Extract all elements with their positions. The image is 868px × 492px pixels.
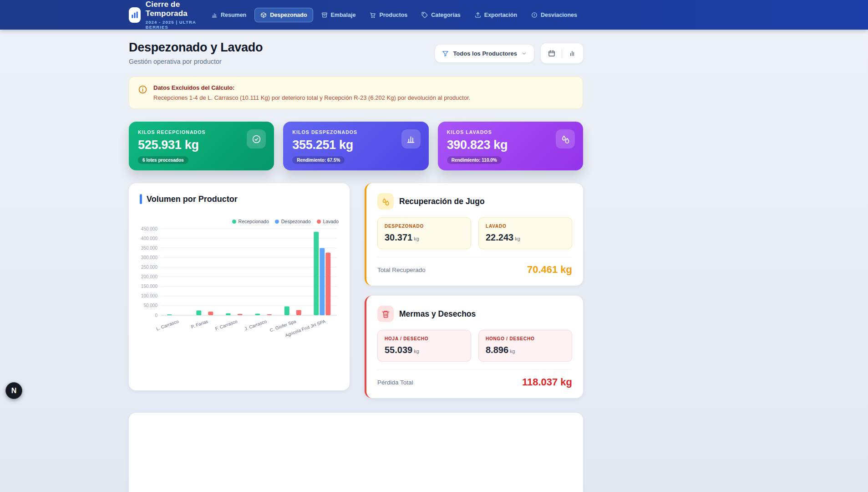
bar-lavado-p-farias xyxy=(208,312,213,315)
nav-item-categorias[interactable]: Categorías xyxy=(416,8,467,22)
logo-bars-icon xyxy=(130,10,139,20)
metric-unit: kg xyxy=(414,348,419,354)
chart-view-button[interactable] xyxy=(565,46,579,61)
metric-number: 8.896 xyxy=(486,345,508,355)
nav-item-despezonado[interactable]: Despezonado xyxy=(254,8,313,22)
nav-item-embalaje[interactable]: Embalaje xyxy=(315,8,362,22)
volume-chart-card: Volumen por Productor RecepcionadoDespez… xyxy=(129,183,350,390)
waste-card-header: Mermas y Desechos xyxy=(377,306,572,322)
nav-menu: ResumenDespezonadoEmbalajeProductosCateg… xyxy=(205,8,583,22)
header-controls: Todos los Productores xyxy=(435,43,583,63)
metric-number: 22.243 xyxy=(486,232,513,242)
nav-item-label: Categorías xyxy=(431,12,461,18)
juice-recovery-card: Recuperación de Jugo DESPEZONADO30.371kg… xyxy=(365,183,583,286)
stat-badge: Rendimiento: 110.0% xyxy=(447,156,502,164)
brand-text: Cierre de Temporada 2024 - 2025 | ULTRA … xyxy=(146,0,205,30)
legend-label: Despezonado xyxy=(281,219,311,224)
y-tick-label: 200.000 xyxy=(141,274,158,279)
y-tick-label: 450.000 xyxy=(141,226,158,231)
droplets-icon xyxy=(381,197,390,206)
view-toggle-group xyxy=(541,43,583,63)
bar-recepcionado-agricola-frut-jh-spa xyxy=(314,232,319,315)
bar-recepcionado-c-giofer-spa xyxy=(284,307,289,315)
calendar-button[interactable] xyxy=(544,46,559,61)
title-accent-bar xyxy=(140,194,142,204)
app-subtitle: 2024 - 2025 | ULTRA BERRIES xyxy=(146,20,205,30)
y-tick-label: 350.000 xyxy=(141,246,158,251)
page-subtitle: Gestión operativa por productor xyxy=(129,58,263,65)
producer-filter-dropdown[interactable]: Todos los Productores xyxy=(435,45,534,62)
nav-item-exportacion[interactable]: Exportación xyxy=(469,8,523,22)
chevron-down-icon xyxy=(521,51,527,56)
stat-card-kilos-recepcionados: KILOS RECEPCIONADOS525.931 kg6 lotes pro… xyxy=(129,122,274,170)
stat-value: 390.823 kg xyxy=(447,138,574,152)
app-logo xyxy=(129,7,141,23)
metric-box-despezonado: DESPEZONADO30.371kg xyxy=(377,217,471,249)
cart-icon xyxy=(370,12,376,18)
notice-body: Recepciones 1-4 de L. Carrasco (10.111 K… xyxy=(153,94,470,101)
app-brand: Cierre de Temporada 2024 - 2025 | ULTRA … xyxy=(129,0,205,30)
bar-recepcionado-l-carrasco xyxy=(167,314,172,315)
stats-row: KILOS RECEPCIONADOS525.931 kg6 lotes pro… xyxy=(129,122,583,170)
chart-column-icon-box xyxy=(401,129,421,149)
tag-icon xyxy=(421,12,428,18)
stat-card-kilos-lavados: KILOS LAVADOS390.823 kgRendimiento: 110.… xyxy=(438,122,583,170)
y-tick-label: 250.000 xyxy=(141,265,158,270)
nav-item-label: Resumen xyxy=(221,12,246,18)
legend-item-despezonado[interactable]: Despezonado xyxy=(275,219,311,224)
juice-card-footer: Total Recuperado 70.461 kg xyxy=(377,257,572,276)
legend-item-lavado[interactable]: Lavado xyxy=(317,219,339,224)
bar-lavado-f-carrasco xyxy=(238,314,243,315)
stat-label: KILOS LAVADOS xyxy=(447,129,574,135)
waste-card-title: Mermas y Desechos xyxy=(399,309,476,319)
x-tick-label: P. Farias xyxy=(190,319,208,330)
nav-item-label: Despezonado xyxy=(270,12,307,18)
alert-circle-icon xyxy=(531,12,538,18)
top-navbar: Cierre de Temporada 2024 - 2025 | ULTRA … xyxy=(0,0,868,30)
stat-value: 355.251 kg xyxy=(292,138,419,152)
check-circle-icon xyxy=(252,134,261,144)
nav-item-label: Embalaje xyxy=(331,12,356,18)
info-icon xyxy=(138,85,147,94)
content-grid: Volumen por Productor RecepcionadoDespez… xyxy=(129,183,583,398)
legend-label: Recepcionado xyxy=(239,219,269,224)
chart-legend: RecepcionadoDespezonadoLavado xyxy=(140,219,339,224)
metric-label: HOJA / DESECHO xyxy=(385,336,464,341)
nav-item-label: Desviaciones xyxy=(541,12,577,18)
waste-total-value: 118.037 kg xyxy=(522,376,572,388)
check-circle-icon-box xyxy=(247,129,266,149)
metric-number: 55.039 xyxy=(385,345,412,355)
y-tick-label: 150.000 xyxy=(141,284,158,289)
nav-item-desviaciones[interactable]: Desviaciones xyxy=(525,8,583,22)
excluded-data-notice: Datos Excluidos del Cálculo: Recepciones… xyxy=(129,77,583,109)
waste-total-label: Pérdida Total xyxy=(377,379,413,386)
bar-despezonado-agricola-frut-jh-spa xyxy=(320,248,325,315)
navbar-inner: Cierre de Temporada 2024 - 2025 | ULTRA … xyxy=(129,0,583,30)
stat-badge: 6 lotes procesados xyxy=(138,156,188,164)
metric-label: HONGO / DESECHO xyxy=(486,336,565,341)
producer-filter-label: Todos los Productores xyxy=(453,50,517,57)
filter-icon xyxy=(442,50,449,57)
metric-number: 30.371 xyxy=(385,232,412,242)
waste-card: Mermas y Desechos HOJA / DESECHO55.039kg… xyxy=(365,296,583,398)
x-tick-label: F. Carrasco xyxy=(214,318,238,331)
droplets-icon xyxy=(561,134,570,144)
y-tick-label: 50.000 xyxy=(143,303,157,308)
notice-title: Datos Excluidos del Cálculo: xyxy=(153,84,470,91)
divider xyxy=(562,49,562,58)
stat-card-kilos-despezonados: KILOS DESPEZONADOS355.251 kgRendimiento:… xyxy=(283,122,428,170)
page-header-text: Despezonado y Lavado Gestión operativa p… xyxy=(129,41,263,65)
app-title: Cierre de Temporada xyxy=(146,0,205,18)
nav-item-productos[interactable]: Productos xyxy=(364,8,413,22)
droplet-icon-box xyxy=(377,193,394,210)
nav-item-resumen[interactable]: Resumen xyxy=(205,8,252,22)
box-icon xyxy=(260,12,267,18)
dev-overlay-button[interactable]: N xyxy=(5,382,22,399)
legend-item-recepcionado[interactable]: Recepcionado xyxy=(232,219,269,224)
legend-label: Lavado xyxy=(323,219,339,224)
juice-total-value: 70.461 kg xyxy=(527,264,572,276)
trash-icon-box xyxy=(377,306,394,322)
metric-value: 8.896kg xyxy=(486,345,565,355)
metric-unit: kg xyxy=(515,236,520,241)
metric-value: 30.371kg xyxy=(385,232,464,243)
